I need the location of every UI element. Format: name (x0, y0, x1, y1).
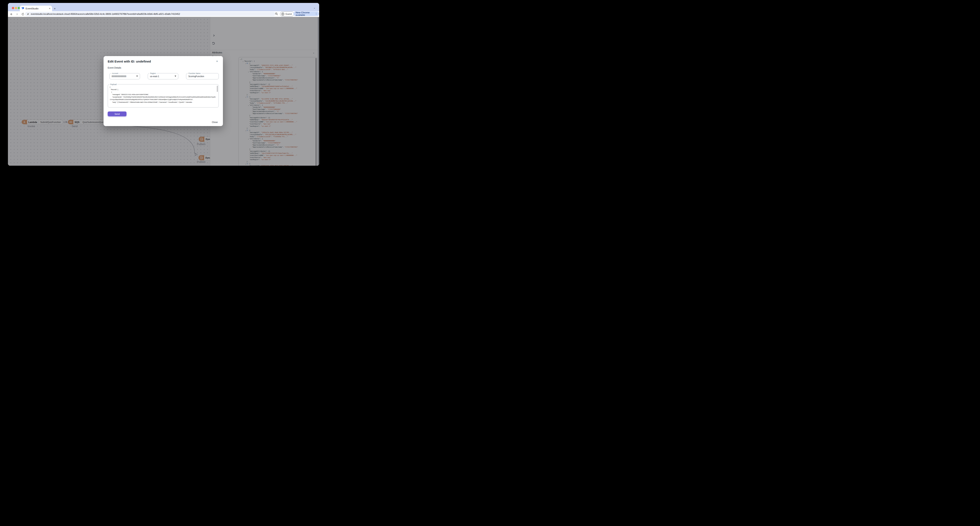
region-label: Region (150, 72, 156, 74)
browser-tab[interactable]: EventStudio × (20, 6, 52, 11)
person-icon (281, 13, 285, 16)
forward-button[interactable] (14, 12, 19, 17)
tab-list-chevron-icon[interactable]: ⌄ (313, 6, 315, 9)
modal-title: Edit Event with ID: undefined (108, 60, 151, 63)
payload-text[interactable]: { "Records": [ { "messageId": "65032221-… (110, 86, 216, 107)
send-button[interactable]: Send (108, 112, 126, 116)
screenshot-root: EventStudio × + ⌄ (0, 0, 327, 175)
chrome-update-label: New Chrome available (296, 11, 313, 16)
account-select[interactable]: Account 000000000000 (110, 73, 140, 80)
window-minimize-button[interactable] (15, 7, 17, 9)
close-button[interactable]: Close (211, 121, 219, 124)
tab-close-icon[interactable]: × (49, 7, 51, 10)
back-button[interactable] (9, 12, 14, 17)
event-details-label: Event Details (108, 67, 121, 69)
chrome-update-button[interactable]: New Chrome available ⋮ (293, 11, 319, 16)
url-bar[interactable]: eventstudio.localhost.localstack.cloud:4… (25, 12, 275, 16)
browser-window: EventStudio × + ⌄ (8, 3, 319, 166)
profile-label: Guest (285, 13, 292, 15)
payload-textarea[interactable]: Payload { "Records": [ { "messageId": "6… (108, 84, 219, 108)
url-text[interactable]: eventstudio.localhost.localstack.cloud:4… (31, 13, 180, 15)
modal-close-icon[interactable]: × (216, 60, 218, 63)
payload-scrollbar-thumb[interactable] (217, 86, 218, 92)
payload-field-label: Payload (110, 83, 117, 85)
reload-button[interactable] (21, 12, 25, 17)
dropdown-arrow-icon[interactable] (136, 76, 138, 77)
function-name-label: Function Name (188, 72, 201, 74)
dropdown-arrow-icon[interactable] (175, 76, 176, 77)
function-name-value: ScoringFunction (188, 75, 204, 78)
window-close-button[interactable] (12, 7, 14, 9)
account-value: 000000000000 (112, 75, 126, 78)
kebab-menu-icon[interactable]: ⋮ (315, 12, 318, 15)
region-select[interactable]: Region us-east-1 (148, 73, 178, 80)
browser-toolbar: eventstudio.localhost.localstack.cloud:4… (8, 11, 319, 17)
tab-strip: EventStudio × + ⌄ (8, 3, 319, 11)
site-settings-tune-icon[interactable] (27, 13, 29, 16)
profile-button[interactable]: Guest (280, 11, 294, 16)
region-value: us-east-1 (150, 75, 159, 78)
function-name-field[interactable]: Function Name ScoringFunction (186, 73, 219, 80)
tab-title: EventStudio (25, 7, 49, 10)
account-label: Account (111, 72, 119, 74)
zoom-out-page-icon[interactable] (275, 12, 278, 16)
edit-event-modal: Edit Event with ID: undefined × Event De… (103, 56, 223, 126)
eventstudio-favicon-icon (21, 7, 24, 10)
new-tab-button[interactable]: + (53, 6, 57, 10)
